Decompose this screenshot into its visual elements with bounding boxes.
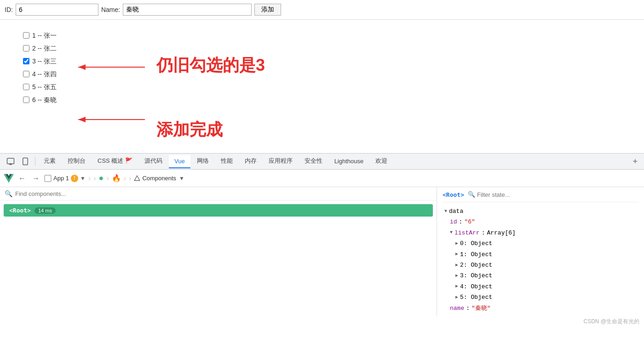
app-badge: App 1 ! ▼	[44, 175, 86, 182]
object-triangle-icon[interactable]	[455, 293, 458, 302]
tab-network[interactable]: 网络	[191, 154, 214, 169]
listarr-object-row[interactable]: 0: Object	[443, 238, 638, 249]
tab-performance[interactable]: 性能	[215, 154, 238, 169]
find-components-input[interactable]	[15, 190, 432, 197]
separator2: ›	[93, 174, 96, 183]
listarr-items: 0: Object1: Object2: Object3: Object4: O…	[443, 238, 638, 303]
object-label: 4: Object	[460, 281, 492, 292]
tab-css[interactable]: CSS 概述 🚩	[92, 154, 138, 169]
separator3: ›	[106, 174, 109, 183]
id-key: id	[450, 217, 457, 227]
list-section: 1 -- 张一2 -- 张二3 -- 张三4 -- 张四5 -- 张五6 -- …	[5, 24, 66, 149]
filter-state-area: 🔍	[468, 191, 554, 198]
tab-welcome[interactable]: 欢迎	[370, 154, 393, 169]
svg-rect-5	[23, 158, 28, 165]
object-triangle-icon[interactable]	[455, 240, 458, 248]
tab-memory[interactable]: 内存	[239, 154, 262, 169]
data-section-row[interactable]: data	[443, 206, 638, 217]
form-bar: ID: Name: 添加	[0, 0, 644, 20]
list-item-checkbox[interactable]	[23, 58, 29, 64]
list-item: 2 -- 张二	[23, 42, 57, 55]
devtools-tabs: 元素 控制台 CSS 概述 🚩 源代码 Vue 网络 性能 内存 应用程序 安全…	[0, 153, 644, 170]
listarr-object-row[interactable]: 2: Object	[443, 260, 638, 270]
separator5: ›	[129, 174, 131, 183]
object-label: 1: Object	[460, 249, 492, 260]
listarr-object-row[interactable]: 3: Object	[443, 270, 638, 281]
object-triangle-icon[interactable]	[455, 261, 458, 269]
root-tag: <Root>	[9, 207, 31, 214]
list-item: 3 -- 张三	[23, 55, 57, 68]
globe-icon[interactable]: ●	[99, 173, 104, 183]
listarr-triangle-icon[interactable]	[450, 229, 453, 237]
inspect-button[interactable]	[4, 155, 17, 167]
listarr-key: listArr	[454, 228, 480, 238]
name-row: name : "秦晓"	[443, 303, 638, 314]
list-item-checkbox[interactable]	[23, 71, 29, 77]
object-label: 2: Object	[460, 260, 492, 270]
components-dropdown-button[interactable]: ▼	[179, 175, 184, 182]
data-triangle-icon[interactable]	[444, 207, 447, 216]
list-item-checkbox[interactable]	[23, 84, 29, 90]
list-item-text: 1 -- 张一	[32, 29, 57, 42]
list-item: 6 -- 秦晓	[23, 93, 57, 106]
list-item-checkbox[interactable]	[23, 97, 29, 103]
listarr-object-row[interactable]: 4: Object	[443, 281, 638, 292]
nav-back-button[interactable]: ←	[17, 173, 28, 183]
content-area: 1 -- 张一2 -- 张二3 -- 张三4 -- 张四5 -- 张五6 -- …	[0, 20, 644, 153]
id-input[interactable]	[16, 4, 98, 16]
nav-forward-button[interactable]: →	[30, 173, 41, 183]
add-tab-button[interactable]: +	[630, 157, 640, 166]
name-key: name	[450, 303, 464, 314]
separator4: ›	[124, 174, 126, 183]
name-val: "秦晓"	[472, 303, 491, 314]
object-triangle-icon[interactable]	[455, 250, 458, 258]
tab-source[interactable]: 源代码	[139, 154, 168, 169]
tab-security[interactable]: 安全性	[299, 154, 328, 169]
right-panel: <Root> 🔍 data id : "6" listArr :	[437, 187, 644, 316]
app-dropdown-button[interactable]: ▼	[80, 175, 86, 182]
item-list: 1 -- 张一2 -- 张二3 -- 张三4 -- 张四5 -- 张五6 -- …	[14, 29, 57, 106]
right-panel-root-ref: <Root>	[443, 191, 464, 198]
arrow-item6-svg	[76, 113, 150, 126]
name-input[interactable]	[123, 4, 252, 16]
list-item-text: 2 -- 张二	[32, 42, 57, 55]
list-item-checkbox[interactable]	[23, 32, 29, 39]
list-item-text: 3 -- 张三	[32, 55, 57, 68]
listarr-object-row[interactable]: 1: Object	[443, 249, 638, 260]
add-button[interactable]: 添加	[254, 4, 281, 16]
listarr-object-row[interactable]: 5: Object	[443, 292, 638, 303]
device-button[interactable]	[18, 155, 32, 167]
object-label: 3: Object	[460, 270, 492, 281]
list-item: 4 -- 张四	[23, 68, 57, 80]
filter-search-icon: 🔍	[468, 191, 475, 198]
tab-application[interactable]: 应用程序	[263, 154, 298, 169]
id-val: "6"	[464, 217, 475, 227]
vue-toolbar: ← → App 1 ! ▼ › › ● › 🔥 › › Components ▼	[0, 170, 644, 187]
object-label: 0: Object	[460, 238, 492, 249]
tab-lighthouse[interactable]: Lighthouse	[329, 155, 369, 168]
root-component-item[interactable]: <Root> 14 ms	[4, 204, 433, 217]
data-tree: data id : "6" listArr : Array[6] 0: Obje…	[443, 206, 638, 314]
tab-elements[interactable]: 元素	[38, 154, 61, 169]
listarr-row[interactable]: listArr : Array[6]	[443, 228, 638, 238]
left-panel: 🔍 <Root> 14 ms	[0, 187, 437, 316]
flame-icon[interactable]: 🔥	[112, 174, 121, 183]
list-item-text: 5 -- 张五	[32, 80, 57, 93]
name-label: Name:	[101, 6, 120, 13]
id-label: ID:	[5, 6, 13, 13]
search-bar: 🔍	[0, 187, 437, 200]
object-triangle-icon[interactable]	[455, 272, 458, 280]
tab-console[interactable]: 控制台	[62, 154, 91, 169]
page-icon	[44, 175, 52, 182]
components-button[interactable]: Components	[134, 175, 176, 182]
object-triangle-icon[interactable]	[455, 282, 458, 291]
svg-rect-4	[7, 158, 14, 164]
list-item-checkbox[interactable]	[23, 45, 29, 51]
tab-vue[interactable]: Vue	[169, 155, 190, 168]
data-label: data	[449, 206, 463, 217]
components-label: Components	[142, 175, 176, 182]
right-panel-header: <Root> 🔍	[443, 191, 638, 202]
devtools-main: 🔍 <Root> 14 ms <Root> 🔍 data	[0, 187, 644, 316]
watermark-text: CSDN @生命是有光的	[583, 318, 639, 325]
filter-state-input[interactable]	[477, 191, 554, 198]
